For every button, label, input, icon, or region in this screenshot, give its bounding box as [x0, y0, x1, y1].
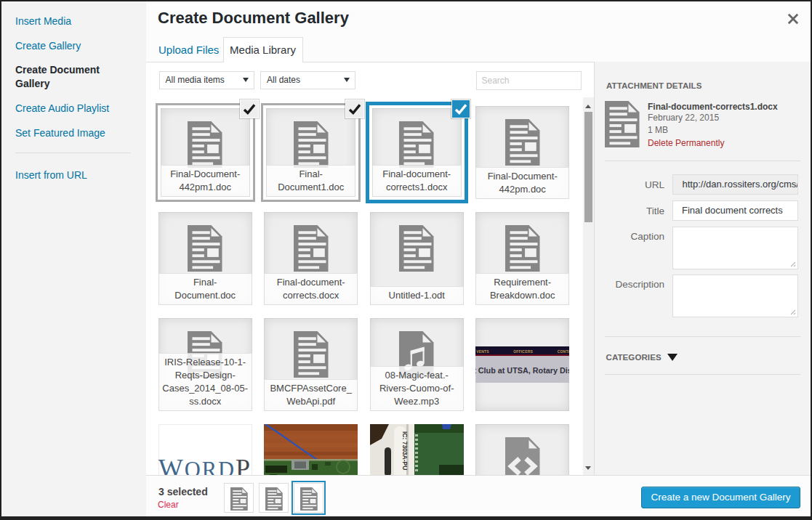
svg-text:IC: 7303A-PU: IC: 7303A-PU — [401, 431, 408, 470]
